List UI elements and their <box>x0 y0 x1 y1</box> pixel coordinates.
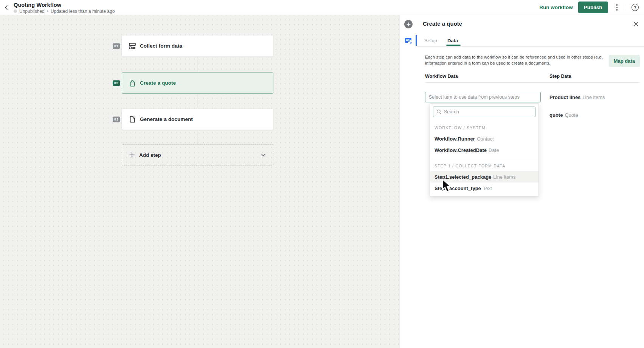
step-data-row-quote: quote Quote <box>549 110 578 120</box>
plus-icon <box>407 22 411 26</box>
top-bar: Quoting Workflow Unpublished • Updated l… <box>0 0 644 15</box>
divider <box>417 46 644 47</box>
more-options-button[interactable] <box>613 2 621 13</box>
dropdown-item-workflow-createddate[interactable]: Workflow.CreatedDate Date <box>430 144 538 156</box>
active-tab-underline <box>446 45 461 46</box>
dropdown-item-step1-selected-package[interactable]: Step1.selected_package Line items <box>430 171 538 183</box>
panel-title: Create a quote <box>423 20 462 27</box>
rail-item-data-mapping[interactable] <box>400 35 417 46</box>
workflow-status: Unpublished • Updated less than a minute… <box>14 9 115 14</box>
divider <box>425 82 640 83</box>
add-step-button[interactable]: Add step <box>122 144 273 165</box>
connector-line <box>197 94 197 108</box>
step-card-collect-form-data[interactable]: 01 Collect form data <box>122 35 273 57</box>
add-panel-button[interactable] <box>404 20 413 28</box>
data-flow-icon <box>405 37 412 44</box>
step-data-row-product-lines: Product lines Line items <box>549 92 605 102</box>
step-card-create-a-quote[interactable]: 02 Create a quote <box>122 72 273 94</box>
step-label: Collect form data <box>140 43 182 49</box>
dropdown-section-title: WORKFLOW / SYSTEM <box>430 120 538 133</box>
workflow-data-header: Workflow Data <box>425 74 458 79</box>
run-workflow-button[interactable]: Run workflow <box>539 5 573 10</box>
form-icon <box>129 42 136 50</box>
search-input[interactable] <box>444 109 532 114</box>
data-tab-description: Each step can add data to the workflow s… <box>425 54 606 66</box>
document-icon <box>129 116 136 123</box>
step-label: Create a quote <box>140 80 176 86</box>
data-select-input[interactable] <box>425 92 541 102</box>
step-settings-panel: Create a quote Setup Data Each step can … <box>417 15 644 348</box>
status-text: Unpublished <box>19 9 45 14</box>
close-icon[interactable] <box>633 21 639 28</box>
data-select-dropdown: WORKFLOW / SYSTEM Workflow.Runner Contac… <box>430 103 539 196</box>
step-number-badge: 02 <box>113 80 120 86</box>
plus-icon <box>129 152 135 158</box>
dropdown-section-title: STEP 1 / COLLECT FORM DATA <box>430 158 538 171</box>
dropdown-item-step1-account-type[interactable]: Step1.account_type Text <box>430 183 538 194</box>
publish-button[interactable]: Publish <box>578 2 608 13</box>
add-step-label: Add step <box>139 152 261 158</box>
divider <box>626 3 626 12</box>
page-title: Quoting Workflow <box>14 2 115 8</box>
step-data-header: Step Data <box>549 74 571 79</box>
tab-setup[interactable]: Setup <box>424 38 437 43</box>
back-button[interactable] <box>3 3 10 12</box>
bag-icon <box>129 79 136 87</box>
connector-line <box>197 57 197 72</box>
chevron-left-icon <box>4 5 9 10</box>
status-dot-icon <box>14 9 17 13</box>
search-icon <box>436 109 442 114</box>
chevron-down-icon[interactable] <box>261 152 266 158</box>
dropdown-item-workflow-runner[interactable]: Workflow.Runner Contact <box>430 133 538 144</box>
step-number-badge: 01 <box>113 43 120 49</box>
step-card-generate-a-document[interactable]: 03 Generate a document <box>122 108 273 130</box>
separator-dot: • <box>47 9 48 14</box>
connector-line <box>197 130 197 144</box>
question-mark-icon: ? <box>634 5 636 10</box>
workflow-canvas: 01 Collect form data 02 Create a qu <box>0 15 400 348</box>
map-data-button[interactable]: Map data <box>609 55 640 67</box>
updated-text: Updated less than a minute ago <box>51 9 115 14</box>
tab-data[interactable]: Data <box>447 38 458 43</box>
active-indicator <box>416 35 417 46</box>
step-number-badge: 03 <box>113 116 120 122</box>
step-label: Generate a document <box>140 116 193 122</box>
help-button[interactable]: ? <box>632 4 639 11</box>
search-box[interactable] <box>433 107 535 117</box>
panel-rail <box>400 15 417 348</box>
